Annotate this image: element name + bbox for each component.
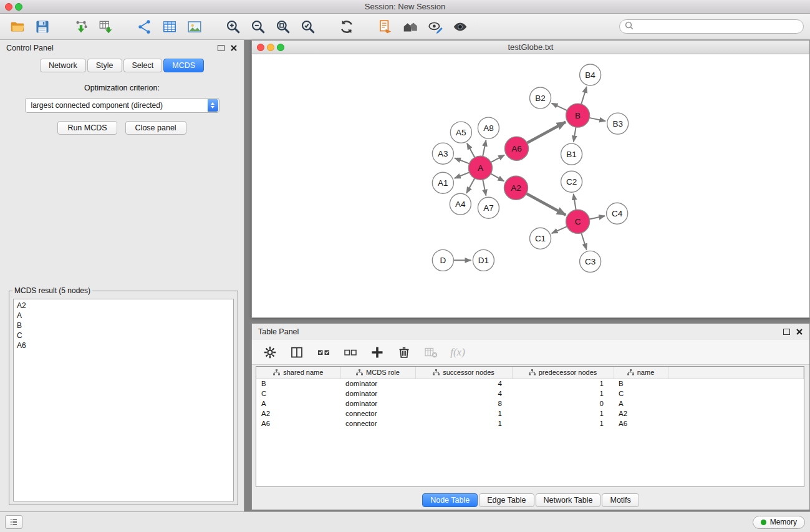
mcds-result-list[interactable]: A2ABCA6 bbox=[13, 299, 234, 501]
node-C2[interactable]: C2 bbox=[561, 171, 582, 192]
zoom-fit-icon[interactable] bbox=[272, 16, 294, 37]
import-table-icon[interactable] bbox=[95, 16, 117, 37]
table-cell[interactable]: dominator bbox=[340, 399, 415, 409]
table-cell[interactable]: A bbox=[614, 399, 668, 409]
node-B3[interactable]: B3 bbox=[607, 113, 629, 134]
table-cell[interactable]: A bbox=[256, 399, 340, 409]
network-canvas[interactable]: B4B2BB3A5A8A6A3B1AC2A1A2A4A7C4CC1DD1C3 bbox=[252, 54, 809, 317]
tab-motifs[interactable]: Motifs bbox=[602, 493, 639, 507]
select-all-rows-icon[interactable] bbox=[314, 343, 333, 362]
refresh-layout-icon[interactable] bbox=[335, 16, 358, 37]
column-header-predecessor-nodes[interactable]: predecessor nodes bbox=[512, 367, 614, 379]
node-C3[interactable]: C3 bbox=[580, 251, 601, 272]
delete-row-icon[interactable] bbox=[395, 343, 413, 362]
close-table-panel-icon[interactable] bbox=[796, 328, 803, 336]
annotation-mode-icon[interactable] bbox=[424, 16, 446, 37]
mcds-result-item[interactable]: A bbox=[14, 311, 233, 321]
add-row-icon[interactable] bbox=[368, 343, 387, 362]
node-B[interactable]: B bbox=[566, 104, 590, 127]
new-table-icon[interactable] bbox=[158, 16, 181, 37]
node-B2[interactable]: B2 bbox=[529, 87, 551, 109]
tab-network[interactable]: Network bbox=[40, 59, 86, 72]
copy-style-icon[interactable] bbox=[374, 16, 397, 37]
table-cell[interactable]: A6 bbox=[614, 418, 668, 428]
zoom-selected-icon[interactable] bbox=[297, 16, 319, 37]
table-cell[interactable]: 8 bbox=[415, 399, 512, 409]
column-header-name[interactable]: name bbox=[614, 367, 668, 379]
memory-button[interactable]: Memory bbox=[753, 516, 805, 529]
save-session-icon[interactable] bbox=[31, 16, 54, 37]
tab-style[interactable]: Style bbox=[87, 59, 122, 72]
mcds-result-item[interactable]: B bbox=[14, 321, 233, 331]
column-header-shared-name[interactable]: shared name bbox=[256, 367, 340, 379]
graphics-details-icon[interactable] bbox=[449, 16, 471, 37]
network-overview-icon[interactable] bbox=[399, 16, 422, 37]
show-columns-icon[interactable] bbox=[287, 343, 306, 362]
node-D1[interactable]: D1 bbox=[473, 249, 494, 271]
table-cell[interactable]: 4 bbox=[415, 379, 512, 389]
node-A3[interactable]: A3 bbox=[432, 143, 453, 164]
tab-edge-table[interactable]: Edge Table bbox=[479, 493, 534, 507]
table-cell[interactable]: connector bbox=[340, 418, 415, 428]
table-settings-icon[interactable] bbox=[261, 343, 279, 362]
table-row[interactable]: A2connector11A2 bbox=[256, 409, 804, 418]
table-cell[interactable]: 1 bbox=[415, 409, 512, 418]
task-history-button[interactable] bbox=[5, 515, 22, 529]
node-A6[interactable]: A6 bbox=[504, 137, 528, 160]
run-mcds-button[interactable]: Run MCDS bbox=[57, 121, 117, 135]
table-cell[interactable]: 1 bbox=[512, 409, 614, 418]
mcds-result-item[interactable]: C bbox=[14, 331, 233, 341]
unselect-all-rows-icon[interactable] bbox=[341, 343, 360, 362]
close-window-button[interactable] bbox=[5, 3, 12, 11]
column-header-successor-nodes[interactable]: successor nodes bbox=[415, 367, 512, 379]
table-cell[interactable]: C bbox=[256, 389, 340, 399]
table-cell[interactable]: B bbox=[256, 379, 340, 389]
network-close-button[interactable] bbox=[257, 44, 264, 51]
column-header-mcds-role[interactable]: MCDS role bbox=[340, 367, 415, 379]
table-cell[interactable]: connector bbox=[340, 409, 415, 418]
node-C4[interactable]: C4 bbox=[607, 203, 628, 224]
tab-select[interactable]: Select bbox=[123, 59, 163, 72]
node-A7[interactable]: A7 bbox=[478, 197, 499, 218]
table-cell[interactable]: dominator bbox=[340, 379, 415, 389]
table-cell[interactable]: 4 bbox=[415, 389, 512, 399]
node-A5[interactable]: A5 bbox=[450, 122, 471, 143]
node-A[interactable]: A bbox=[468, 156, 492, 180]
table-cell[interactable]: A2 bbox=[256, 409, 340, 418]
tab-network-table[interactable]: Network Table bbox=[536, 493, 601, 507]
table-cell[interactable]: 0 bbox=[512, 399, 614, 409]
table-cell[interactable]: dominator bbox=[340, 389, 415, 399]
table-row[interactable]: Adominator80A bbox=[256, 399, 804, 409]
table-cell[interactable]: A6 bbox=[256, 418, 340, 428]
table-cell[interactable]: A2 bbox=[614, 409, 668, 418]
criterion-dropdown[interactable]: largest connected component (directed) bbox=[25, 98, 219, 113]
import-network-icon[interactable] bbox=[70, 16, 92, 37]
node-C[interactable]: C bbox=[566, 210, 590, 233]
node-A8[interactable]: A8 bbox=[478, 117, 499, 138]
zoom-window-button[interactable] bbox=[15, 3, 22, 11]
float-table-panel-icon[interactable] bbox=[783, 329, 790, 335]
node-A2[interactable]: A2 bbox=[504, 176, 528, 200]
network-minimize-button[interactable] bbox=[267, 44, 274, 51]
search-input[interactable] bbox=[637, 22, 798, 31]
table-cell[interactable]: 1 bbox=[415, 418, 512, 428]
open-session-icon[interactable] bbox=[6, 16, 29, 37]
mcds-result-item[interactable]: A6 bbox=[14, 341, 233, 351]
node-C1[interactable]: C1 bbox=[529, 228, 551, 249]
table-row[interactable]: A6connector11A6 bbox=[256, 418, 804, 428]
new-network-icon[interactable] bbox=[133, 16, 156, 37]
node-B4[interactable]: B4 bbox=[580, 64, 601, 85]
float-panel-icon[interactable] bbox=[218, 45, 224, 51]
node-A1[interactable]: A1 bbox=[432, 172, 453, 193]
close-panel-icon[interactable] bbox=[230, 44, 238, 52]
table-cell[interactable]: 1 bbox=[512, 418, 614, 428]
network-zoom-button[interactable] bbox=[277, 44, 284, 51]
node-D[interactable]: D bbox=[432, 249, 453, 271]
table-row[interactable]: Cdominator41C bbox=[256, 389, 804, 399]
node-B1[interactable]: B1 bbox=[561, 143, 582, 165]
table-cell[interactable]: 1 bbox=[512, 379, 614, 389]
close-panel-button[interactable]: Close panel bbox=[125, 121, 186, 135]
mcds-result-item[interactable]: A2 bbox=[14, 301, 233, 311]
table-cell[interactable]: 1 bbox=[512, 389, 614, 399]
table-cell[interactable]: B bbox=[614, 379, 668, 389]
